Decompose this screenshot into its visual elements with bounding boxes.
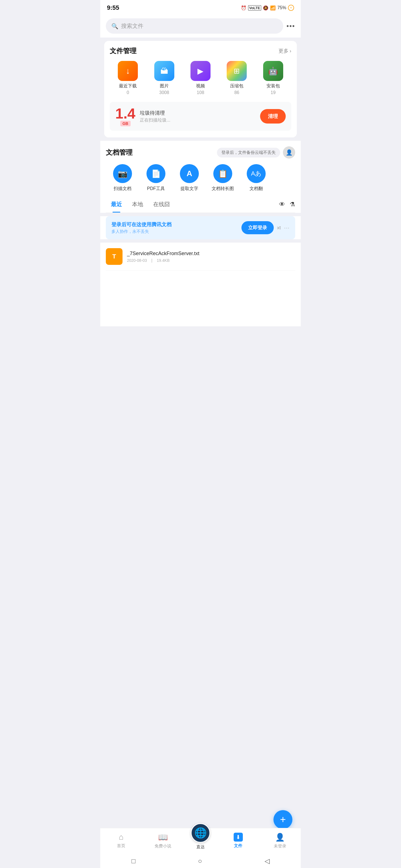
doc-tabs-bar: 最近 本地 在线囧 👁 ⚗ — [106, 196, 295, 213]
category-apk[interactable]: 🤖 安装包 19 — [263, 61, 283, 95]
file-date: 2020-08-03 — [127, 258, 147, 262]
pdf-icon-box: 📄 — [146, 164, 165, 183]
download-icon-box: ↓ — [118, 61, 138, 81]
more-label: 更多 — [279, 48, 288, 54]
tab-online-label: 在线囧 — [153, 201, 170, 207]
doc-tool-convert[interactable]: 📋 文档转长图 — [206, 164, 239, 192]
status-bar: 9:55 ⏰ VoLTE 🔕 📶 75% + — [100, 0, 301, 14]
view-toggle-icon[interactable]: 👁 — [279, 201, 285, 208]
doc-tool-scan[interactable]: 📷 扫描文档 — [106, 164, 139, 192]
tab-online[interactable]: 在线囧 — [148, 196, 175, 213]
file-categories-grid: ↓ 最近下载 0 🏔 图片 3008 ▶ 视频 108 ⊞ 压缩包 86 — [110, 61, 291, 95]
file-management-more[interactable]: 更多 › — [279, 48, 291, 54]
status-time: 9:55 — [107, 4, 119, 11]
trash-section: 1.4 GB 垃圾待清理 正在扫描垃圾... 清理 — [110, 102, 291, 131]
user-avatar[interactable]: 👤 — [283, 146, 295, 159]
category-archive[interactable]: ⊞ 压缩包 86 — [227, 61, 247, 95]
archive-label: 压缩包 — [230, 83, 244, 89]
trash-subtitle: 正在扫描垃圾... — [140, 117, 256, 123]
battery-level: 75% — [277, 5, 286, 10]
trash-number: 1.4 — [115, 106, 135, 121]
video-label: 视频 — [196, 83, 205, 89]
tab-actions: 👁 ⚗ — [279, 201, 295, 208]
file-meta: 2020-08-03 | 19.4KB — [127, 258, 295, 262]
scan-label: 扫描文档 — [114, 186, 132, 192]
convert-icon-box: 📋 — [213, 164, 232, 183]
video-icon-box: ▶ — [191, 61, 210, 81]
extract-label: 提取文字 — [180, 186, 198, 192]
search-bar[interactable]: 🔍 搜索文件 — [106, 18, 283, 34]
filter-icon[interactable]: ⚗ — [290, 201, 295, 208]
doc-login-hint-text: 登录后，文件备份云端不丢失 — [221, 150, 276, 155]
login-banner-title: 登录后可在这使用腾讯文档 — [111, 221, 172, 228]
tab-local[interactable]: 本地 — [127, 196, 148, 213]
login-now-button[interactable]: 立即登录 — [241, 221, 274, 234]
status-icons: ⏰ VoLTE 🔕 📶 75% + — [241, 5, 294, 11]
trash-title: 垃圾待清理 — [140, 110, 256, 116]
convert-label: 文档转长图 — [212, 186, 234, 192]
apk-count: 19 — [271, 90, 276, 95]
signal-icon: 📶 — [270, 5, 276, 10]
trash-unit: GB — [120, 121, 131, 126]
file-type-icon: T — [106, 248, 122, 265]
file-management-card: 文件管理 更多 › ↓ 最近下载 0 🏔 图片 3008 ▶ 视频 108 — [104, 41, 297, 137]
video-count: 108 — [197, 90, 204, 95]
file-name: _7ServiceRecAckFromServer.txt — [127, 251, 295, 256]
search-section: 🔍 搜索文件 ••• — [100, 14, 301, 37]
translate-icon-box: Aあ — [247, 164, 266, 183]
file-info: _7ServiceRecAckFromServer.txt 2020-08-03… — [127, 251, 295, 262]
trash-size-display: 1.4 GB — [115, 106, 135, 126]
file-size-separator: | — [151, 258, 152, 262]
volte-icon: VoLTE — [248, 5, 261, 10]
card-header: 文件管理 更多 › — [110, 46, 291, 55]
file-type-label: T — [112, 253, 116, 260]
video-icon: ▶ — [197, 66, 204, 76]
apk-label: 安装包 — [266, 83, 280, 89]
search-placeholder: 搜索文件 — [121, 22, 143, 30]
pdf-icon: 📄 — [151, 169, 161, 178]
category-image[interactable]: 🏔 图片 3008 — [154, 61, 174, 95]
search-icon: 🔍 — [111, 23, 118, 30]
table-row[interactable]: T _7ServiceRecAckFromServer.txt 2020-08-… — [106, 243, 295, 271]
doc-tool-extract[interactable]: A 提取文字 — [173, 164, 206, 192]
doc-tool-pdf[interactable]: 📄 PDF工具 — [139, 164, 173, 192]
clean-button[interactable]: 清理 — [260, 109, 286, 124]
txt-preview-label: xt — [277, 225, 281, 230]
download-label: 最近下载 — [119, 83, 137, 89]
doc-tool-translate[interactable]: Aあ 文档翻 — [239, 164, 273, 192]
doc-management-section: 文档管理 登录后，文件备份云端不丢失 👤 📷 扫描文档 📄 PDF工具 A — [100, 141, 301, 213]
tab-recent-label: 最近 — [111, 201, 122, 207]
mute-icon: 🔕 — [263, 5, 268, 10]
doc-tools-list: 📷 扫描文档 📄 PDF工具 A 提取文字 📋 文档转长图 Aあ — [106, 164, 295, 196]
translate-icon: Aあ — [251, 169, 261, 178]
extract-icon-box: A — [180, 164, 199, 183]
scan-icon: 📷 — [118, 169, 127, 178]
extract-icon: A — [187, 169, 192, 178]
pdf-label: PDF工具 — [147, 186, 165, 192]
alarm-icon: ⏰ — [241, 5, 247, 10]
tab-local-label: 本地 — [132, 201, 143, 207]
chevron-right-icon: › — [290, 48, 291, 54]
translate-label: 文档翻 — [250, 186, 263, 192]
file-list: T _7ServiceRecAckFromServer.txt 2020-08-… — [100, 243, 301, 326]
archive-icon: ⊞ — [234, 67, 240, 75]
doc-management-title: 文档管理 — [106, 148, 133, 157]
trash-info: 垃圾待清理 正在扫描垃圾... — [140, 110, 256, 123]
download-count: 0 — [127, 90, 129, 95]
download-icon: ↓ — [126, 66, 130, 76]
image-icon: 🏔 — [161, 66, 168, 76]
banner-more-icon[interactable]: ··· — [284, 224, 290, 231]
category-download[interactable]: ↓ 最近下载 0 — [118, 61, 138, 95]
apk-icon-box: 🤖 — [263, 61, 283, 81]
file-size: 19.4KB — [157, 258, 170, 262]
category-video[interactable]: ▶ 视频 108 — [191, 61, 210, 95]
tab-recent[interactable]: 最近 — [106, 196, 127, 213]
image-icon-box: 🏔 — [154, 61, 174, 81]
doc-tabs-section: 最近 本地 在线囧 👁 ⚗ — [100, 196, 301, 213]
login-banner: 登录后可在这使用腾讯文档 多人协作，永不丢失 立即登录 xt ··· — [106, 216, 295, 239]
more-button[interactable]: ••• — [287, 22, 295, 30]
doc-header: 文档管理 登录后，文件备份云端不丢失 👤 — [106, 146, 295, 159]
convert-icon: 📋 — [218, 169, 228, 178]
image-count: 3008 — [159, 90, 169, 95]
apk-icon: 🤖 — [268, 66, 278, 76]
